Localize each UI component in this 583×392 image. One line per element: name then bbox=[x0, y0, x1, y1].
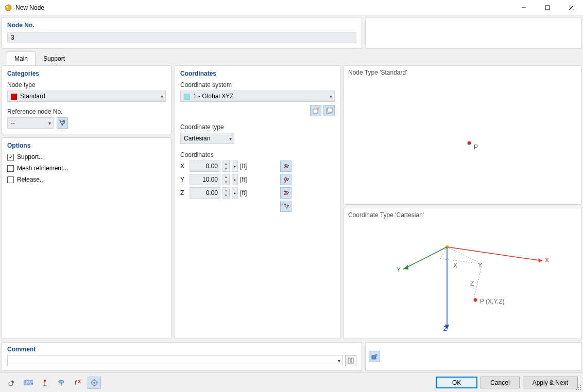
coord-z-step-button[interactable]: ▸ bbox=[232, 187, 238, 199]
svg-text:Z: Z bbox=[470, 280, 474, 287]
svg-point-9 bbox=[318, 108, 319, 109]
release-checkbox[interactable] bbox=[7, 176, 14, 183]
coord-x-unit: [ft] bbox=[240, 163, 252, 170]
release-label: Release... bbox=[17, 176, 45, 183]
coord-y-label: Y bbox=[180, 176, 187, 183]
chevron-down-icon: ▾ bbox=[338, 358, 340, 364]
comment-input[interactable]: ▾ bbox=[7, 355, 343, 366]
cancel-button[interactable]: Cancel bbox=[481, 377, 519, 388]
tool-support-icon[interactable] bbox=[55, 377, 68, 389]
svg-text:Z: Z bbox=[443, 325, 447, 332]
svg-point-17 bbox=[468, 141, 471, 145]
svg-line-36 bbox=[440, 259, 482, 264]
svg-text:P: P bbox=[474, 144, 478, 151]
svg-rect-8 bbox=[313, 109, 318, 113]
coord-y-pick-button[interactable]: y bbox=[280, 174, 292, 185]
svg-marker-24 bbox=[403, 265, 408, 270]
node-type-value: Standard bbox=[20, 93, 45, 100]
coord-z-spinner[interactable]: ▴▾ bbox=[222, 187, 230, 199]
coord-system-value: 1 - Global XYZ bbox=[193, 93, 234, 100]
app-icon bbox=[4, 4, 12, 12]
coord-system-dropdown[interactable]: 1 - Global XYZ ▾ bbox=[180, 91, 335, 102]
minimize-button[interactable] bbox=[512, 0, 536, 15]
tool-node-icon[interactable] bbox=[38, 377, 52, 389]
tool-wrench-icon[interactable] bbox=[5, 377, 19, 389]
coord-z-unit: [ft] bbox=[240, 189, 252, 197]
coord-type-value: Cartesian bbox=[184, 135, 210, 142]
svg-text:Y: Y bbox=[397, 266, 401, 273]
svg-text:X: X bbox=[545, 257, 549, 264]
node-type-dropdown[interactable]: Standard ▾ bbox=[7, 91, 166, 102]
svg-rect-11 bbox=[328, 108, 332, 112]
window-titlebar: New Node bbox=[0, 0, 583, 15]
node-type-color-swatch bbox=[11, 94, 17, 100]
tool-settings-icon[interactable] bbox=[88, 377, 101, 389]
support-checkbox[interactable]: ✓ bbox=[7, 154, 14, 161]
maximize-button[interactable] bbox=[536, 0, 559, 15]
coord-system-library-button[interactable] bbox=[323, 105, 335, 116]
coord-y-spinner[interactable]: ▴▾ bbox=[222, 174, 230, 185]
options-header: Options bbox=[7, 142, 166, 149]
tabs: Main Support bbox=[2, 51, 581, 65]
coord-x-step-button[interactable]: ▸ bbox=[232, 161, 238, 172]
coordinates-header: Coordinates bbox=[180, 70, 335, 77]
coord-y-input[interactable] bbox=[190, 174, 220, 185]
svg-text:P (X,Y,Z): P (X,Y,Z) bbox=[480, 298, 505, 305]
tool-function-icon[interactable]: fx bbox=[71, 377, 84, 389]
ref-node-dropdown[interactable]: -- ▾ bbox=[7, 117, 54, 129]
apply-next-button[interactable]: Apply & Next bbox=[523, 377, 578, 388]
svg-point-52 bbox=[59, 380, 64, 383]
tool-units-icon[interactable]: 0.00 bbox=[22, 377, 35, 389]
svg-text:0.00: 0.00 bbox=[25, 379, 33, 386]
coord-all-pick-button[interactable] bbox=[280, 201, 292, 212]
svg-rect-46 bbox=[11, 380, 14, 383]
coord-x-spinner[interactable]: ▴▾ bbox=[222, 161, 230, 172]
node-no-input[interactable] bbox=[7, 32, 356, 43]
coord-z-pick-button[interactable]: z bbox=[280, 187, 292, 199]
tab-main[interactable]: Main bbox=[7, 51, 36, 65]
svg-rect-43 bbox=[351, 358, 353, 363]
svg-point-49 bbox=[44, 380, 46, 382]
svg-rect-65 bbox=[576, 389, 577, 390]
coord-y-unit: [ft] bbox=[240, 176, 252, 183]
ref-node-pick-button[interactable] bbox=[57, 117, 68, 129]
svg-point-57 bbox=[94, 382, 95, 383]
comment-manage-button[interactable] bbox=[345, 355, 356, 366]
coord-type-label: Coordinate type bbox=[180, 123, 335, 131]
resize-grip-icon[interactable] bbox=[576, 385, 582, 391]
svg-rect-63 bbox=[578, 387, 579, 388]
close-button[interactable] bbox=[559, 0, 583, 15]
chevron-down-icon: ▾ bbox=[330, 94, 332, 99]
support-label: Support... bbox=[17, 153, 44, 161]
svg-line-30 bbox=[474, 264, 482, 298]
svg-rect-44 bbox=[372, 355, 376, 359]
coord-y-step-button[interactable]: ▸ bbox=[232, 174, 238, 185]
svg-text:X: X bbox=[453, 262, 457, 269]
chevron-down-icon: ▾ bbox=[161, 94, 163, 99]
window-title: New Node bbox=[15, 4, 44, 11]
coordinates-panel: Coordinates Coordinate system 1 - Global… bbox=[175, 65, 340, 339]
ref-node-value: -- bbox=[11, 119, 15, 127]
node-type-preview-caption: Node Type 'Standard' bbox=[348, 69, 577, 76]
ok-button[interactable]: OK bbox=[436, 377, 477, 388]
categories-panel: Categories Node type Standard ▾ Referenc… bbox=[2, 65, 172, 134]
coord-type-preview-caption: Coordinate Type 'Cartesian' bbox=[348, 211, 577, 219]
coord-x-label: X bbox=[180, 163, 187, 170]
svg-point-1 bbox=[6, 6, 8, 8]
node-type-preview: Node Type 'Standard' P bbox=[344, 65, 581, 205]
coord-x-input[interactable] bbox=[190, 161, 220, 172]
svg-rect-3 bbox=[545, 6, 550, 10]
coord-system-swatch bbox=[184, 94, 190, 100]
categories-header: Categories bbox=[7, 70, 166, 77]
mesh-refinement-checkbox[interactable] bbox=[7, 165, 14, 172]
tab-support[interactable]: Support bbox=[36, 51, 73, 65]
svg-rect-62 bbox=[580, 385, 581, 386]
coord-system-new-button[interactable] bbox=[310, 105, 321, 116]
svg-point-40 bbox=[474, 298, 477, 302]
svg-point-0 bbox=[5, 5, 11, 11]
chevron-down-icon: ▾ bbox=[229, 136, 232, 141]
coord-x-pick-button[interactable]: x bbox=[280, 161, 292, 172]
coord-picker-global-button[interactable] bbox=[369, 351, 380, 362]
coord-type-dropdown[interactable]: Cartesian ▾ bbox=[180, 133, 234, 144]
coord-z-input[interactable] bbox=[190, 187, 220, 199]
